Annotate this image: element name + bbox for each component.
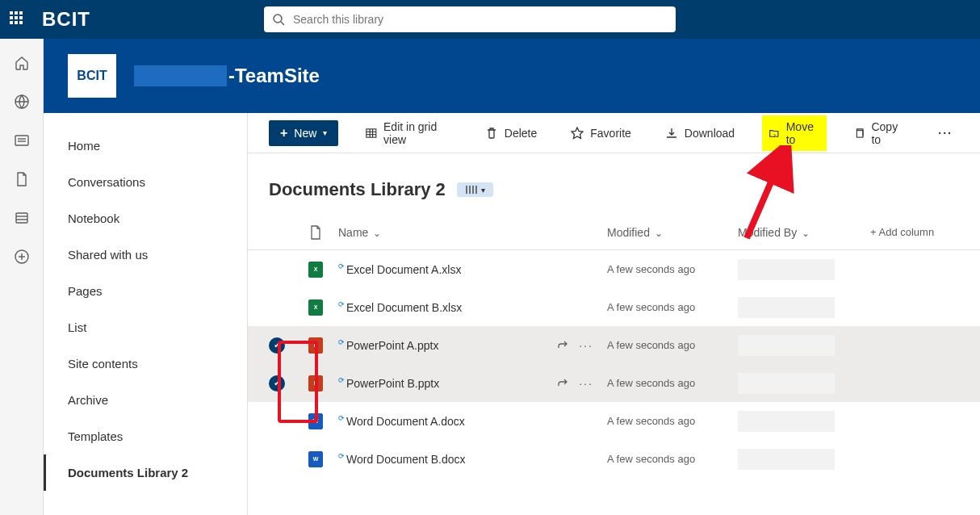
new-button[interactable]: + New ▾ [269,120,338,146]
file-type-header[interactable] [301,225,330,240]
sync-icon: ⟳ [338,338,345,346]
chevron-down-icon: ▾ [323,128,327,137]
add-column-button[interactable]: + Add column [870,226,959,238]
file-type-icon: P [308,337,323,354]
suite-bar: BCIT [0,0,980,39]
home-icon[interactable] [14,55,30,71]
favorite-button[interactable]: Favorite [564,122,638,144]
nav-templates[interactable]: Templates [44,418,247,454]
file-name[interactable]: ⟳Excel Document A.xlsx [330,263,542,276]
svg-rect-17 [856,130,863,136]
list-icon[interactable] [14,210,30,226]
app-launcher-icon[interactable] [10,11,26,27]
checked-icon[interactable] [269,337,285,354]
column-icon [465,185,478,195]
table-row[interactable]: X⟳Excel Document A.xlsxA few seconds ago [248,250,980,288]
nav-site-contents[interactable]: Site contents [44,345,247,382]
table-row[interactable]: P⟳PowerPoint B.pptx···A few seconds ago [248,364,980,402]
file-type-icon: X [308,299,323,316]
modified-by-cell [738,259,870,280]
nav-notebook[interactable]: Notebook [44,200,247,237]
svg-point-0 [274,15,282,23]
modified-cell: A few seconds ago [607,453,738,465]
table-header: Name⌄ Modified⌄ Modified By⌄ + Add colum… [248,215,980,250]
chevron-down-icon: ⌄ [373,228,381,239]
nav-conversations[interactable]: Conversations [44,164,247,200]
download-button[interactable]: Download [659,122,741,144]
modified-by-header[interactable]: Modified By⌄ [738,226,870,239]
sync-icon: ⟳ [338,452,345,460]
table-row[interactable]: P⟳PowerPoint A.pptx···A few seconds ago [248,326,980,364]
news-icon[interactable] [14,132,30,149]
svg-line-1 [281,22,284,25]
table-row[interactable]: X⟳Excel Document B.xlsxA few seconds ago [248,288,980,326]
row-more-button[interactable]: ··· [579,377,593,390]
nav-home[interactable]: Home [44,128,247,164]
site-logo[interactable]: BCIT [68,54,116,98]
document-icon [310,225,321,240]
share-icon[interactable] [556,339,569,352]
globe-icon[interactable] [14,94,30,110]
modified-cell: A few seconds ago [607,415,738,427]
modified-by-cell [738,411,870,432]
search-input[interactable] [293,13,668,26]
file-name[interactable]: ⟳PowerPoint A.pptx [330,339,542,352]
modified-by-cell [738,373,870,394]
nav-pages[interactable]: Pages [44,273,247,309]
edit-grid-button[interactable]: Edit in grid view [359,115,457,151]
file-table: Name⌄ Modified⌄ Modified By⌄ + Add colum… [248,215,980,515]
view-selector[interactable]: ▾ [457,182,493,197]
command-bar: + New ▾ Edit in grid view Delete Fa [248,113,980,153]
sync-icon: ⟳ [338,414,345,422]
site-title[interactable]: -TeamSite [134,65,320,87]
tenant-name: BCIT [42,8,90,31]
more-actions-button[interactable]: ··· [932,122,959,144]
file-icon[interactable] [14,171,30,187]
modified-by-cell [738,335,870,356]
file-type-icon: X [308,262,323,278]
row-more-button[interactable]: ··· [579,339,593,352]
copy-to-button[interactable]: Copy to [848,115,911,151]
file-type-icon: P [308,375,323,391]
modified-cell: A few seconds ago [607,263,738,275]
modified-cell: A few seconds ago [607,339,738,351]
download-icon [665,127,678,140]
file-name[interactable]: ⟳Word Document B.docx [330,453,542,466]
table-row[interactable]: W⟳Word Document B.docxA few seconds ago [248,440,980,478]
sync-icon: ⟳ [338,262,345,270]
delete-button[interactable]: Delete [479,122,543,144]
svg-rect-12 [366,128,376,136]
table-row[interactable]: W⟳Word Document A.docxA few seconds ago [248,402,980,440]
svg-rect-6 [16,213,27,223]
name-header[interactable]: Name⌄ [330,226,542,239]
chevron-down-icon: ⌄ [802,228,810,239]
file-name[interactable]: ⟳Excel Document B.xlsx [330,301,542,314]
svg-rect-3 [15,136,28,145]
grid-icon [366,127,377,140]
redacted-prefix [134,65,227,86]
site-nav: Home Conversations Notebook Shared with … [44,113,247,515]
left-rail [0,39,44,515]
sync-icon: ⟳ [338,376,345,384]
folder-move-icon [769,127,780,140]
modified-cell: A few seconds ago [607,377,738,389]
nav-shared[interactable]: Shared with us [44,237,247,273]
modified-header[interactable]: Modified⌄ [607,226,738,239]
plus-icon[interactable] [14,249,30,265]
plus-icon: + [280,126,287,140]
modified-cell: A few seconds ago [607,301,738,313]
nav-list[interactable]: List [44,309,247,345]
star-icon [571,127,584,140]
copy-icon [854,127,865,140]
move-to-button[interactable]: Move to [762,115,827,151]
modified-by-cell [738,297,870,318]
file-name[interactable]: ⟳PowerPoint B.pptx [330,377,542,390]
search-box[interactable] [264,6,676,32]
nav-documents-library-2[interactable]: Documents Library 2 [44,454,247,491]
checked-icon[interactable] [269,375,285,391]
nav-archive[interactable]: Archive [44,382,247,418]
file-name[interactable]: ⟳Word Document A.docx [330,415,542,428]
trash-icon [485,127,498,140]
share-icon[interactable] [556,377,569,390]
chevron-down-icon: ⌄ [655,228,663,239]
